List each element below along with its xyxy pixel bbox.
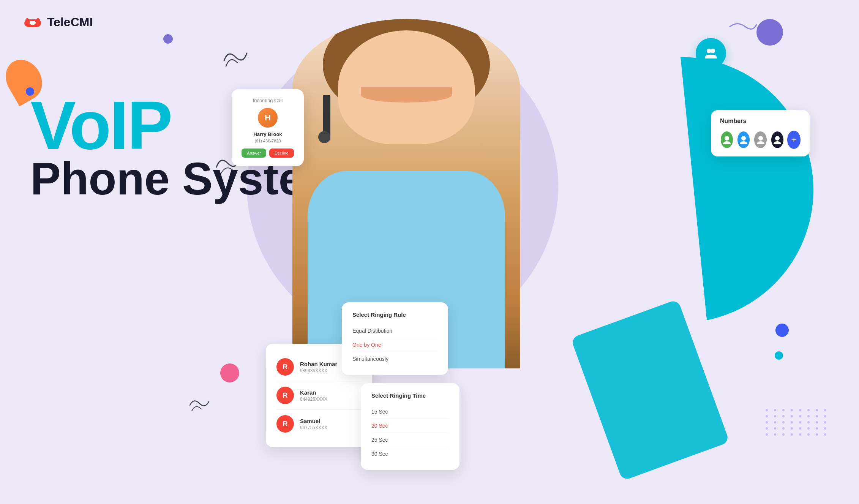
grid-dot	[766, 427, 768, 430]
grid-dot	[816, 421, 818, 423]
ringing-time-title: Select Ringing Time	[371, 392, 449, 399]
time-item-20[interactable]: 20 Sec	[371, 419, 449, 433]
squiggle-top	[220, 46, 251, 76]
svg-point-5	[711, 49, 715, 53]
grid-dot	[799, 433, 801, 436]
grid-dot	[766, 421, 768, 423]
dot-pink	[220, 363, 239, 382]
time-item-25[interactable]: 25 Sec	[371, 433, 449, 447]
svg-point-7	[741, 136, 746, 141]
grid-dot	[816, 433, 818, 436]
grid-dot	[807, 433, 810, 436]
grid-dot	[774, 433, 776, 436]
ringing-rule-title: Select Ringing Rule	[352, 311, 437, 318]
rule-item-one-by-one[interactable]: One by One	[352, 338, 437, 352]
grid-dot	[807, 409, 810, 411]
dot-teal-small	[775, 351, 783, 360]
grid-dot	[816, 415, 818, 417]
grid-dot	[791, 433, 793, 436]
grid-dot	[824, 427, 826, 430]
grid-dot	[807, 415, 810, 417]
incoming-call-card: Incoming Call H Harry Brook (61) 466-782…	[232, 89, 304, 166]
users-bubble	[696, 38, 726, 68]
grid-dot	[782, 409, 785, 411]
contact-info-rohan: Rohan Kumar 989436XXXX	[300, 361, 337, 373]
answer-button[interactable]: Answer	[242, 149, 266, 158]
caller-name: Harry Brook	[242, 131, 293, 137]
grid-dot	[774, 409, 776, 411]
caller-avatar-letter: H	[265, 113, 271, 123]
dot-purple-large	[756, 19, 783, 46]
grid-dot	[824, 433, 826, 436]
numbers-title: Numbers	[720, 118, 801, 125]
rule-item-simultaneously[interactable]: Simultaneously	[352, 352, 437, 366]
grid-dot	[782, 415, 785, 417]
grid-dot	[824, 421, 826, 423]
grid-dot	[816, 409, 818, 411]
grid-dot	[774, 427, 776, 430]
grid-dot	[799, 421, 801, 423]
ringing-time-card: Select Ringing Time 15 Sec 20 Sec 25 Sec…	[361, 383, 460, 470]
grid-dot	[807, 427, 810, 430]
numbers-avatars: +	[720, 131, 801, 149]
contact-name-rohan: Rohan Kumar	[300, 361, 337, 367]
numbers-card: Numbers +	[711, 110, 810, 156]
decline-button[interactable]: Decline	[269, 149, 294, 158]
grid-dot	[774, 415, 776, 417]
svg-point-6	[725, 136, 729, 141]
contact-phone-samuel: 967755XXXX	[300, 425, 327, 430]
contact-name-karan: Karan	[300, 389, 327, 396]
dot-grid: // Inject grid dots const grid = documen…	[766, 409, 829, 436]
caller-avatar: H	[258, 108, 278, 128]
teal-bottom-shape	[571, 299, 730, 481]
contact-name-samuel: Samuel	[300, 418, 327, 424]
logo-icon	[23, 16, 43, 28]
contact-avatar-karan: R	[276, 387, 294, 404]
rule-item-equal[interactable]: Equal Distibution	[352, 324, 437, 338]
call-actions: Answer Decline	[242, 149, 293, 158]
time-item-30[interactable]: 30 Sec	[371, 447, 449, 461]
caller-number: (61) 466-7820	[242, 139, 293, 143]
contact-avatar-samuel: R	[276, 415, 294, 433]
grid-dot	[766, 433, 768, 436]
grid-dot	[807, 421, 810, 423]
contact-item-karan: R Karan 844926XXXX	[276, 381, 362, 410]
avatar-1	[720, 131, 734, 149]
grid-dot	[791, 415, 793, 417]
squiggle-purple	[722, 19, 760, 49]
avatar-3	[753, 131, 767, 149]
grid-dot	[766, 415, 768, 417]
contact-phone-karan: 844926XXXX	[300, 397, 327, 402]
grid-dot	[799, 427, 801, 430]
logo-area[interactable]: TeleCMI	[23, 15, 93, 29]
contact-info-samuel: Samuel 967755XXXX	[300, 418, 327, 430]
contact-phone-rohan: 989436XXXX	[300, 368, 337, 373]
grid-dot	[774, 421, 776, 423]
grid-dot	[824, 415, 826, 417]
grid-dot	[791, 409, 793, 411]
logo-text: TeleCMI	[47, 15, 93, 29]
dot-blue-medium-right	[775, 324, 789, 337]
grid-dot	[791, 421, 793, 423]
grid-dot	[782, 427, 785, 430]
grid-dot	[791, 427, 793, 430]
squiggle-bottom	[186, 394, 213, 417]
avatar-4	[771, 131, 784, 149]
grid-dot	[782, 421, 785, 423]
teal-arc-decoration	[548, 57, 813, 323]
users-icon	[703, 46, 718, 61]
time-item-15[interactable]: 15 Sec	[371, 405, 449, 419]
ringing-rule-card: Select Ringing Rule Equal Distibution On…	[342, 302, 448, 375]
grid-dot	[782, 433, 785, 436]
avatar-2	[737, 131, 750, 149]
dot-grid-inner: // Inject grid dots const grid = documen…	[766, 409, 829, 436]
grid-dot	[824, 409, 826, 411]
grid-dot	[766, 409, 768, 411]
contact-info-karan: Karan 844926XXXX	[300, 389, 327, 402]
grid-dot	[799, 409, 801, 411]
add-number-button[interactable]: +	[787, 131, 801, 149]
svg-point-3	[36, 18, 40, 22]
contact-avatar-rohan: R	[276, 358, 294, 376]
grid-dot	[799, 415, 801, 417]
svg-point-8	[758, 136, 763, 141]
